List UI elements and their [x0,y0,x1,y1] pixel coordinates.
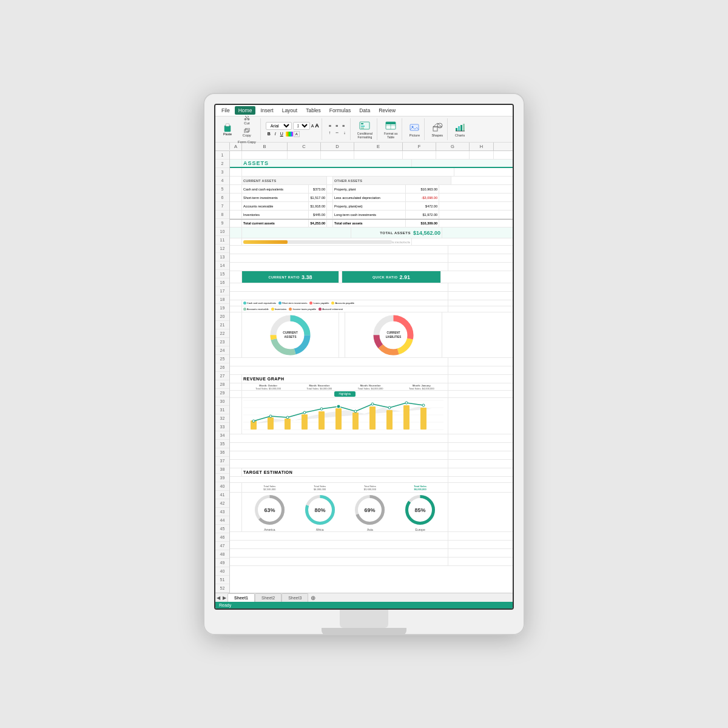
col-g[interactable]: G [436,143,470,150]
row-7[interactable]: 7 [215,202,229,211]
spreadsheet-row-42[interactable] [230,477,513,483]
font-name-select[interactable]: Arial [266,122,292,130]
cell-a10[interactable] [230,228,242,238]
cell-g1[interactable] [436,151,470,159]
cell-a3[interactable] [230,168,242,176]
spreadsheet-row-39[interactable] [230,451,513,460]
align-center-button[interactable]: ≡ [334,123,340,129]
cell-f1[interactable] [403,151,436,159]
italic-button[interactable]: I [273,131,278,136]
row-3[interactable]: 3 [215,168,229,177]
row-30[interactable]: 30 [215,397,229,406]
paste-button[interactable]: Paste [220,121,235,137]
row-52[interactable]: 52 [215,584,229,593]
picture-button[interactable]: Picture [407,121,422,138]
spreadsheet-row-17[interactable] [230,283,513,292]
cell-a6[interactable] [230,194,242,201]
row-14[interactable]: 14 [215,261,229,270]
row-51[interactable]: 51 [215,576,229,584]
menu-insert[interactable]: Insert [257,106,277,115]
row-35[interactable]: 35 [215,440,229,448]
font-color-button[interactable]: A [294,131,300,137]
spreadsheet-row-14[interactable] [230,263,513,271]
row-19[interactable]: 19 [215,304,229,312]
cell-b1[interactable] [242,151,288,159]
row-44[interactable]: 44 [215,516,229,525]
col-e[interactable]: E [354,143,403,150]
row-17[interactable]: 17 [215,287,229,295]
cell-c1[interactable] [288,151,321,159]
cell-a2[interactable] [230,160,242,167]
spreadsheet-row-52[interactable] [230,558,513,566]
row-50[interactable]: 40 [215,567,229,576]
col-d[interactable]: D [321,143,354,150]
font-size-select[interactable]: 11 [293,122,310,130]
spreadsheet-row-13[interactable] [230,254,513,263]
menu-file[interactable]: File [218,106,234,115]
row-1[interactable]: 1 [215,151,229,160]
add-sheet-button[interactable]: ⊕ [308,595,318,601]
row-2[interactable]: 2 [215,160,229,168]
increase-font-button[interactable]: A [315,123,319,129]
cell-a7[interactable] [230,202,242,210]
row-34[interactable]: 34 [215,431,229,440]
row-6[interactable]: 6 [215,194,229,202]
row-32[interactable]: 32 [215,414,229,423]
row-39[interactable]: 39 [215,474,229,482]
row-24[interactable]: 24 [215,346,229,355]
spreadsheet-row-29[interactable] [230,358,513,366]
cell-sep4[interactable] [327,177,333,184]
sheet-tab-1[interactable]: Sheet1 [228,593,255,602]
row-18[interactable]: 18 [215,295,229,304]
row-20[interactable]: 20 [215,312,229,321]
menu-layout[interactable]: Layout [278,106,302,115]
decrease-font-button[interactable]: A [311,124,314,128]
row-5[interactable]: 5 [215,185,229,194]
assets-title-cell[interactable]: ASSETS [242,160,412,167]
row-45[interactable]: 45 [215,525,229,533]
row-33[interactable]: 33 [215,423,229,431]
spreadsheet-row-49[interactable] [230,532,513,541]
cell-a11[interactable] [230,238,242,245]
row-43[interactable]: 43 [215,508,229,516]
row-28[interactable]: 28 [215,380,229,389]
col-h[interactable]: H [470,143,494,150]
row-12[interactable]: 12 [215,244,229,253]
align-top-button[interactable]: ↑ [327,130,333,135]
format-table-button[interactable]: Format asTable [382,119,400,140]
spreadsheet-row-40[interactable] [230,460,513,468]
row-36[interactable]: 36 [215,448,229,457]
menu-tables[interactable]: Tables [302,106,325,115]
row-48[interactable]: 48 [215,550,229,559]
menu-data[interactable]: Data [356,106,374,115]
row-47[interactable]: 47 [215,542,229,550]
align-middle-button[interactable]: ↔ [333,130,341,135]
row-10[interactable]: 10 [215,228,229,236]
cell-b3[interactable] [242,168,454,176]
cell-e1[interactable] [354,151,403,159]
row-22[interactable]: 22 [215,329,229,338]
conditional-formatting-button[interactable]: ConditionalFormatting [356,119,374,140]
row-21[interactable]: 21 [215,321,229,329]
row-46[interactable]: 46 [215,533,229,542]
cell-h1[interactable] [470,151,494,159]
underline-button[interactable]: U [278,131,285,136]
cell-a9[interactable] [230,220,242,227]
col-a[interactable]: A [230,143,242,150]
cell-a1[interactable] [230,151,242,159]
spreadsheet-row-12[interactable] [230,246,513,254]
row-38[interactable]: 38 [215,465,229,474]
copy-button[interactable]: Copy [236,127,258,138]
row-25[interactable]: 25 [215,355,229,363]
menu-review[interactable]: Review [375,106,399,115]
color-fill-button[interactable] [286,132,293,136]
col-f[interactable]: F [403,143,436,150]
spreadsheet-row-37[interactable] [230,434,513,443]
row-40[interactable]: 40 [215,482,229,491]
spreadsheet-row-50[interactable] [230,541,513,549]
spreadsheet-row-51[interactable] [230,549,513,558]
row-49[interactable]: 49 [215,559,229,567]
spreadsheet-row-18[interactable] [230,292,513,300]
row-4[interactable]: 4 [215,177,229,185]
sheet-tab-3[interactable]: Sheet3 [281,593,308,602]
